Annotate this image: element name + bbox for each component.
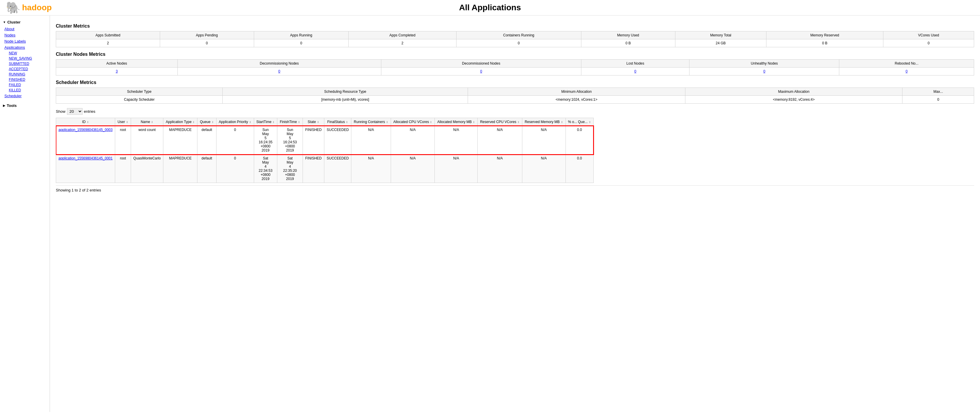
priority-sort-icon: ⇕ <box>249 121 251 124</box>
page-title: All Applications <box>459 3 521 12</box>
table-cell: SunMay516:24:35+08002019 <box>254 126 277 154</box>
val-apps-completed: 2 <box>348 39 456 47</box>
final-sort-icon: ⇕ <box>346 121 348 124</box>
table-cell: SUCCEEDED <box>324 126 352 154</box>
sidebar-item-failed[interactable]: FAILED <box>7 82 49 88</box>
tools-header[interactable]: ▶ Tools <box>0 102 49 109</box>
table-cell: N/A <box>522 154 565 183</box>
sidebar-item-submitted[interactable]: SUBMITTED <box>7 61 49 66</box>
sidebar-item-new[interactable]: NEW <box>7 51 49 56</box>
decommissioning-link[interactable]: 0 <box>278 69 280 73</box>
decommissioned-link[interactable]: 0 <box>480 69 482 73</box>
app-states-list: NEW NEW_SAVING SUBMITTED ACCEPTED RUNNIN… <box>0 51 49 93</box>
col-scheduling-resource-type: Scheduling Resource Type <box>223 88 468 96</box>
lost-nodes-link[interactable]: 0 <box>634 69 636 73</box>
col-id[interactable]: ID ⇕ <box>56 118 115 126</box>
val-scheduling-resource-type: [memory-mb (unit=Mi), vcores] <box>223 96 468 103</box>
col-user[interactable]: User ⇕ <box>115 118 131 126</box>
val-scheduler-type: Capacity Scheduler <box>56 96 223 103</box>
sidebar-item-nodes[interactable]: Nodes <box>0 32 49 38</box>
val-max-allocation: <memory:8192, vCores:4> <box>685 96 902 103</box>
col-pct-queue[interactable]: % o... Que... ⇕ <box>565 118 593 126</box>
sidebar-item-running[interactable]: RUNNING <box>7 72 49 77</box>
sidebar-item-accepted[interactable]: ACCEPTED <box>7 66 49 72</box>
col-alloc-mem[interactable]: Allocated Memory MB ⇕ <box>435 118 478 126</box>
table-cell: N/A <box>391 154 435 183</box>
val-max-other: 0 <box>902 96 974 103</box>
logo-area: 🐘 hadoop <box>6 1 52 15</box>
col-unhealthy-nodes: Unhealthy Nodes <box>689 60 839 68</box>
app-type-sort-icon: ⇕ <box>192 121 195 124</box>
col-rebooted-nodes: Rebooted No... <box>839 60 974 68</box>
tools-section: ▶ Tools <box>0 102 49 109</box>
entries-select[interactable]: 10 20 50 100 <box>67 108 83 115</box>
unhealthy-link[interactable]: 0 <box>764 69 765 73</box>
sidebar-item-scheduler[interactable]: Scheduler <box>0 93 49 99</box>
logo-text: hadoop <box>22 3 52 12</box>
col-apps-running: Apps Running <box>254 32 348 39</box>
table-cell: 0 <box>216 154 254 183</box>
col-app-priority[interactable]: Application Priority ⇕ <box>216 118 254 126</box>
val-memory-reserved: 0 B <box>767 39 883 47</box>
col-queue[interactable]: Queue ⇕ <box>197 118 216 126</box>
cluster-nodes-title: Cluster Nodes Metrics <box>56 52 974 57</box>
col-running-containers[interactable]: Running Containers ⇕ <box>352 118 391 126</box>
table-cell: 0.0 <box>565 154 593 183</box>
col-max-other: Max... <box>902 88 974 96</box>
cluster-nodes-row: 3 0 0 0 0 0 <box>56 68 974 75</box>
val-lost-nodes: 0 <box>581 68 689 75</box>
sidebar-item-node-labels[interactable]: Node Labels <box>0 38 49 45</box>
rebooted-link[interactable]: 0 <box>906 69 908 73</box>
col-start-time[interactable]: StartTime ⇕ <box>254 118 277 126</box>
sidebar-item-finished[interactable]: FINISHED <box>7 77 49 82</box>
col-scheduler-type: Scheduler Type <box>56 88 223 96</box>
sidebar-item-killed[interactable]: KILLED <box>7 88 49 93</box>
table-cell: N/A <box>435 154 478 183</box>
col-alloc-cpu[interactable]: Allocated CPU VCores ⇕ <box>391 118 435 126</box>
main-content: Cluster Metrics Apps Submitted Apps Pend… <box>50 16 980 412</box>
col-max-allocation: Maximum Allocation <box>685 88 902 96</box>
app-id-link[interactable]: application_1556980436145_0001 <box>59 156 113 160</box>
col-state[interactable]: State ⇕ <box>302 118 324 126</box>
id-sort-icon: ⇕ <box>87 121 89 124</box>
val-decommissioning-nodes: 0 <box>177 68 381 75</box>
col-reserved-cpu[interactable]: Reserved CPU VCores ⇕ <box>478 118 522 126</box>
sidebar-item-new-saving[interactable]: NEW_SAVING <box>7 56 49 61</box>
sidebar-item-applications[interactable]: Applications <box>0 45 49 51</box>
table-cell: MAPREDUCE <box>163 126 197 154</box>
table-cell: N/A <box>522 126 565 154</box>
name-sort-icon: ⇕ <box>151 121 153 124</box>
main-layout: ▼ Cluster About Nodes Node Labels Applic… <box>0 16 980 412</box>
col-final-status[interactable]: FinalStatus ⇕ <box>324 118 352 126</box>
table-cell: default <box>197 154 216 183</box>
cluster-metrics-title: Cluster Metrics <box>56 24 974 29</box>
app-id-link[interactable]: application_1556980436145_0003 <box>59 128 113 132</box>
cluster-header[interactable]: ▼ Cluster <box>0 19 49 26</box>
table-row: application_1556980436145_0001rootQuasiM… <box>56 154 594 183</box>
col-containers-running: Containers Running <box>456 32 581 39</box>
table-cell: root <box>115 126 131 154</box>
state-sort-icon: ⇕ <box>317 121 319 124</box>
table-cell: N/A <box>478 126 522 154</box>
val-apps-running: 0 <box>254 39 348 47</box>
val-rebooted-nodes: 0 <box>839 68 974 75</box>
cluster-metrics-row: 2 0 0 2 0 0 B 24 GB 0 B 0 <box>56 39 974 47</box>
col-memory-reserved: Memory Reserved <box>767 32 883 39</box>
table-cell: application_1556980436145_0003 <box>56 126 115 154</box>
table-cell: word count <box>131 126 163 154</box>
alloc-mem-sort-icon: ⇕ <box>473 121 475 124</box>
cluster-arrow-icon: ▼ <box>3 21 6 24</box>
cluster-label: Cluster <box>7 20 21 24</box>
table-cell: SUCCEEDED <box>324 154 352 183</box>
col-reserved-mem[interactable]: Reserved Memory MB ⇕ <box>522 118 565 126</box>
val-memory-total: 24 GB <box>675 39 766 47</box>
active-nodes-link[interactable]: 3 <box>116 69 118 73</box>
col-name[interactable]: Name ⇕ <box>131 118 163 126</box>
table-cell: application_1556980436145_0001 <box>56 154 115 183</box>
col-application-type[interactable]: Application Type ⇕ <box>163 118 197 126</box>
col-finish-time[interactable]: FinishTime ⇕ <box>277 118 303 126</box>
sidebar-item-about[interactable]: About <box>0 26 49 32</box>
val-apps-submitted: 2 <box>56 39 160 47</box>
table-row: application_1556980436145_0003rootword c… <box>56 126 594 154</box>
col-lost-nodes: Lost Nodes <box>581 60 689 68</box>
